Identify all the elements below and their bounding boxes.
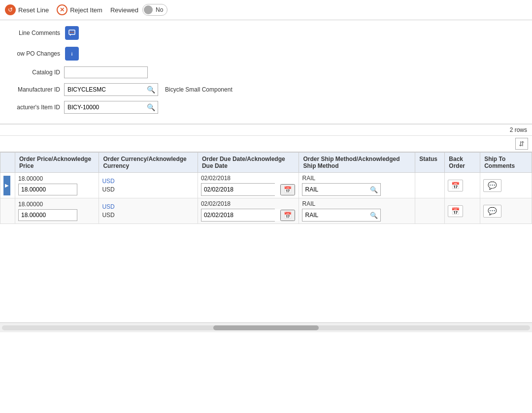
row2-order-currency-display: USD xyxy=(102,203,195,210)
catalog-id-label: Catalog ID xyxy=(6,69,60,76)
manufacturers-item-id-field: 🔍 xyxy=(64,101,158,114)
manufacturers-item-id-row: acturer's Item ID 🔍 xyxy=(6,101,526,114)
row1-back-order-cell: 📅 xyxy=(445,173,480,198)
toolbar: ↺ Reset Line ✕ Reject Item Reviewed No xyxy=(0,0,532,20)
row1-ship-method-display: RAIL xyxy=(302,175,412,182)
row1-expand-button[interactable]: ▶ xyxy=(3,176,10,195)
form-section: Line Comments ow PO Changes i xyxy=(0,20,532,125)
row2-status-cell xyxy=(415,198,445,224)
catalog-id-row: Catalog ID xyxy=(6,66,526,78)
reject-icon: ✕ xyxy=(57,4,67,15)
row1-date-two-row: 02/02/2018 📅 xyxy=(201,175,296,196)
toggle-knob xyxy=(144,5,153,14)
row2-order-due-date-input[interactable] xyxy=(201,209,280,221)
catalog-id-input[interactable] xyxy=(64,66,148,78)
row1-ship-comments-button[interactable]: 💬 xyxy=(483,179,501,192)
show-po-changes-button[interactable]: i xyxy=(64,46,80,62)
row2-ship-method-display: RAIL xyxy=(302,200,412,207)
row1-ship-search-icon[interactable]: 🔍 xyxy=(367,185,380,194)
row2-order-price-input[interactable] xyxy=(18,209,77,221)
row2-back-order-button[interactable]: 📅 xyxy=(448,205,463,217)
svg-point-2 xyxy=(70,32,71,33)
row1-order-price-display: 18.00000 xyxy=(18,175,96,182)
manufacturers-item-id-input[interactable] xyxy=(65,101,144,113)
col-ship-to-comments: Ship To Comments xyxy=(480,153,532,173)
row2-order-currency-input-display: USD xyxy=(102,212,195,219)
manufacturer-id-row: Manufacturer ID 🔍 Bicycle Small Componen… xyxy=(6,83,526,96)
row1-order-price-cell: 18.00000 xyxy=(15,173,99,198)
col-order-ship-method: Order Ship Method/Acknowledged Ship Meth… xyxy=(299,153,415,173)
scrollbar-thumb xyxy=(213,325,319,330)
table-row: 18.00000 USD USD 02/02/2018 xyxy=(0,198,532,224)
reject-item-label: Reject Item xyxy=(70,6,102,14)
row2-ship-two-row: RAIL 🔍 xyxy=(302,200,412,222)
row1-acknowledge-cell: ▶ xyxy=(0,173,15,198)
reject-item-button[interactable]: ✕ Reject Item xyxy=(57,4,102,15)
svg-point-3 xyxy=(71,32,72,33)
row1-ship-method-input[interactable] xyxy=(302,184,367,195)
row2-calendar-icon[interactable]: 📅 xyxy=(280,210,295,221)
col-order-price: Order Price/Acknowledge Price xyxy=(15,153,99,173)
line-comments-row: Line Comments xyxy=(6,25,526,41)
row1-order-due-date-input[interactable] xyxy=(201,184,280,195)
reset-icon: ↺ xyxy=(5,4,16,15)
row2-order-due-date-display: 02/02/2018 xyxy=(201,200,296,207)
sort-button[interactable]: ⇵ xyxy=(515,138,528,150)
reset-line-label: Reset Line xyxy=(18,6,49,14)
row1-back-order-button[interactable]: 📅 xyxy=(448,180,463,191)
row1-order-due-date-display: 02/02/2018 xyxy=(201,175,296,182)
manufacturers-item-id-search-icon[interactable]: 🔍 xyxy=(144,102,158,112)
reset-line-button[interactable]: ↺ Reset Line xyxy=(5,4,49,15)
manufacturer-id-field: 🔍 xyxy=(64,83,158,96)
row2-ship-comments-button[interactable]: 💬 xyxy=(483,205,501,218)
horizontal-scrollbar[interactable] xyxy=(0,322,532,332)
row2-ship-search-icon[interactable]: 🔍 xyxy=(367,211,380,220)
row1-date-input-container: 📅 xyxy=(201,183,275,196)
col-order-currency: Order Currency/Acknowledge Currency xyxy=(99,153,198,173)
row2-ship-method-cell: RAIL 🔍 xyxy=(299,198,415,224)
scrollbar-track xyxy=(2,325,530,330)
row1-ship-two-row: RAIL 🔍 xyxy=(302,175,412,196)
show-po-changes-row: ow PO Changes i xyxy=(6,46,526,62)
rows-count: 2 rows xyxy=(0,125,532,136)
row1-ship-input-container: 🔍 xyxy=(302,183,381,196)
manufacturer-id-search-icon[interactable]: 🔍 xyxy=(144,85,158,95)
row2-order-price-display: 18.00000 xyxy=(18,201,96,208)
row1-currency-two-row: USD USD xyxy=(102,178,195,193)
col-back-order: Back Order xyxy=(445,153,480,173)
row2-acknowledge-cell xyxy=(0,198,15,224)
row1-status-cell xyxy=(415,173,445,198)
row2-currency-two-row: USD USD xyxy=(102,203,195,219)
line-comments-button[interactable] xyxy=(64,25,80,41)
row2-order-due-date-cell: 02/02/2018 📅 xyxy=(198,198,299,224)
row1-order-currency-cell: USD USD xyxy=(99,173,198,198)
comment-icon xyxy=(65,26,79,40)
row2-date-two-row: 02/02/2018 📅 xyxy=(201,200,296,222)
svg-text:i: i xyxy=(71,52,73,57)
manufacturer-id-label: Manufacturer ID xyxy=(6,86,60,93)
sort-bar: ⇵ xyxy=(0,136,532,152)
row1-price-two-row: 18.00000 xyxy=(18,175,96,195)
toggle-value: No xyxy=(154,6,167,13)
manufacturer-name: Bicycle Small Component xyxy=(165,86,233,93)
row2-ship-method-input[interactable] xyxy=(302,209,367,221)
reviewed-toggle[interactable]: No xyxy=(142,4,167,16)
table-row: ▶ 18.00000 USD USD xyxy=(0,173,532,198)
row1-order-price-input[interactable] xyxy=(18,184,77,195)
empty-area xyxy=(0,224,532,322)
reviewed-section: Reviewed No xyxy=(110,4,167,16)
row1-order-due-date-cell: 02/02/2018 📅 xyxy=(198,173,299,198)
data-table: Order Price/Acknowledge Price Order Curr… xyxy=(0,152,532,224)
row1-ship-method-cell: RAIL 🔍 xyxy=(299,173,415,198)
col-status: Status xyxy=(415,153,445,173)
manufacturer-id-input[interactable] xyxy=(65,84,144,95)
row2-order-currency-cell: USD USD xyxy=(99,198,198,224)
row2-order-price-cell: 18.00000 xyxy=(15,198,99,224)
svg-marker-1 xyxy=(70,34,71,36)
info-icon: i xyxy=(65,47,79,61)
row1-ship-to-comments-cell: 💬 xyxy=(480,173,532,198)
line-comments-label: Line Comments xyxy=(6,30,60,36)
row1-calendar-icon[interactable]: 📅 xyxy=(280,184,295,195)
manufacturers-item-id-label: acturer's Item ID xyxy=(6,104,60,111)
row2-date-input-container: 📅 xyxy=(201,209,275,222)
